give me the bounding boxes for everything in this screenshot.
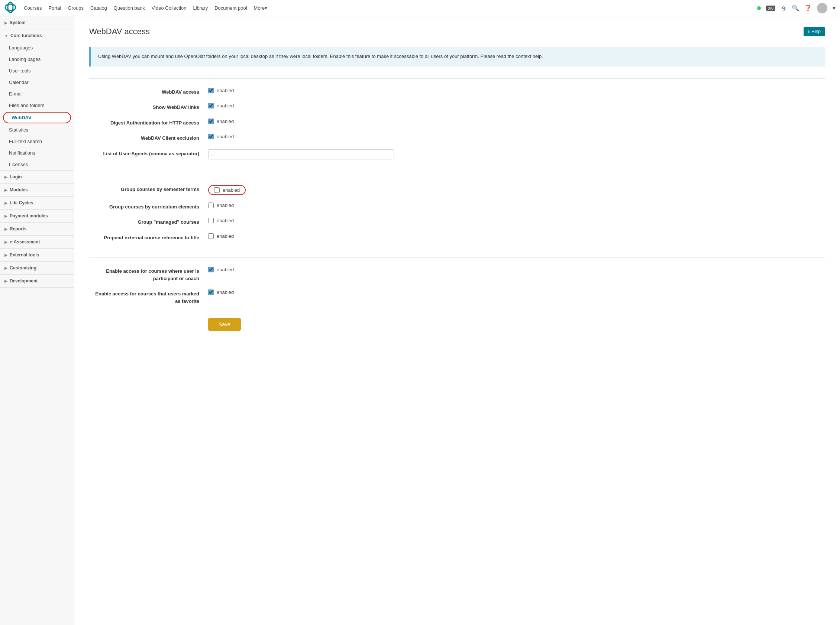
checkbox-group-managed[interactable] — [208, 218, 214, 223]
form-row-access-favorite: Enable access for courses that users mar… — [89, 289, 825, 305]
sidebar-item-languages[interactable]: Languages — [0, 42, 74, 53]
sidebar-header-development[interactable]: ▶ Development — [0, 275, 74, 287]
control-access-participant: enabled — [208, 267, 825, 272]
sidebar-item-landing-pages[interactable]: Landing pages — [0, 53, 74, 65]
logo[interactable] — [5, 2, 16, 14]
label-user-agents: List of User-Agents (comma as separator) — [89, 149, 208, 157]
sidebar-header-core[interactable]: ▼ Core functions — [0, 30, 74, 42]
sidebar-section-development: ▶ Development — [0, 275, 74, 288]
avatar[interactable] — [817, 3, 828, 13]
label-digest-auth: Digest Authentication for HTTP access — [89, 118, 208, 127]
sidebar-header-system[interactable]: ▶ System — [0, 16, 74, 29]
system-arrow: ▶ — [5, 21, 8, 25]
save-button[interactable]: Save — [208, 318, 241, 331]
sidebar-item-notifications[interactable]: Notifications — [0, 147, 74, 159]
nav-more[interactable]: More▾ — [254, 5, 268, 11]
modules-arrow: ▶ — [5, 188, 8, 192]
sidebar-system-label: System — [10, 20, 26, 25]
control-access-favorite: enabled — [208, 289, 825, 295]
value-webdav-access: enabled — [217, 88, 234, 93]
checkbox-digest-auth[interactable] — [208, 118, 214, 124]
sidebar-reports-label: Reports — [10, 226, 26, 232]
sidebar-header-payment[interactable]: ▶ Payment modules — [0, 210, 74, 222]
checkbox-show-webdav-links[interactable] — [208, 103, 214, 109]
label-group-semester: Group courses by semester terms — [89, 185, 208, 193]
sidebar-header-modules[interactable]: ▶ Modules — [0, 183, 74, 196]
input-user-agents[interactable] — [208, 149, 394, 159]
value-show-webdav-links: enabled — [217, 103, 234, 109]
user-menu-arrow[interactable]: ▾ — [832, 5, 835, 11]
value-access-participant: enabled — [217, 267, 234, 272]
nav-right: 0/0 🖨 🔍 ❓ ▾ — [757, 3, 835, 13]
sidebar-item-licenses[interactable]: Licenses — [0, 159, 74, 170]
label-group-managed: Group "managed" courses — [89, 218, 208, 226]
sidebar-header-external-tools[interactable]: ▶ External tools — [0, 249, 74, 261]
control-group-curriculum: enabled — [208, 202, 825, 208]
sidebar-item-files-folders[interactable]: Files and folders — [0, 100, 74, 111]
sidebar-external-tools-label: External tools — [10, 252, 39, 258]
nav-catalog[interactable]: Catalog — [90, 5, 107, 11]
control-show-webdav-links: enabled — [208, 103, 825, 109]
help-icon[interactable]: ❓ — [804, 5, 812, 11]
sidebar-item-statistics[interactable]: Statistics — [0, 124, 74, 135]
sidebar-modules-label: Modules — [10, 187, 28, 193]
search-icon[interactable]: 🔍 — [792, 5, 799, 11]
sidebar-item-calendar[interactable]: Calendar — [0, 76, 74, 88]
sidebar-item-user-tools[interactable]: User tools — [0, 65, 74, 76]
value-prepend-ref: enabled — [217, 233, 234, 239]
form-row-group-curriculum: Group courses by curriculum elements ena… — [89, 202, 825, 211]
circled-wrapper: enabled — [208, 185, 246, 195]
form-row-group-managed: Group "managed" courses enabled — [89, 218, 825, 226]
sidebar-item-email[interactable]: E-mail — [0, 88, 74, 100]
nav-portal[interactable]: Portal — [48, 5, 61, 11]
checkbox-prepend-ref[interactable] — [208, 233, 214, 239]
control-prepend-ref: enabled — [208, 233, 825, 239]
reports-arrow: ▶ — [5, 227, 8, 231]
form-row-webdav-access: WebDAV access enabled — [89, 88, 825, 96]
form-row-prepend-ref: Prepend external course reference to tit… — [89, 233, 825, 241]
grouping-fields-section: Group courses by semester terms enabled … — [89, 176, 825, 258]
control-webdav-access: enabled — [208, 88, 825, 93]
checkbox-webdav-client-exclusion[interactable] — [208, 134, 214, 139]
sidebar-item-fulltext-search[interactable]: Full-text search — [0, 135, 74, 147]
help-button[interactable]: ℹ Help — [804, 27, 825, 36]
checkbox-group-semester[interactable] — [214, 187, 220, 193]
print-icon[interactable]: 🖨 — [781, 5, 787, 11]
nav-videocollection[interactable]: Video Collection — [152, 5, 187, 11]
lifecycle-arrow: ▶ — [5, 201, 8, 205]
sidebar-header-login[interactable]: ▶ Login — [0, 171, 74, 183]
value-webdav-client-exclusion: enabled — [217, 134, 234, 139]
sidebar-header-customizing[interactable]: ▶ Customizing — [0, 261, 74, 274]
sidebar-section-system: ▶ System — [0, 16, 74, 30]
count-badge: 0/0 — [766, 6, 775, 11]
info-box: Using WebDAV you can mount and use OpenO… — [89, 47, 825, 67]
sidebar-item-webdav[interactable]: WebDAV — [3, 112, 71, 123]
payment-arrow: ▶ — [5, 214, 8, 218]
control-group-managed: enabled — [208, 218, 825, 223]
sidebar-section-lifecycle: ▶ Life Cycles — [0, 197, 74, 210]
nav-library[interactable]: Library — [193, 5, 208, 11]
nav-courses[interactable]: Courses — [24, 5, 42, 11]
sidebar-header-eassessment[interactable]: ▶ e-Assessment — [0, 236, 74, 248]
core-arrow: ▼ — [5, 34, 8, 38]
help-button-label: Help — [811, 29, 821, 34]
label-webdav-access: WebDAV access — [89, 88, 208, 96]
checkbox-group-curriculum[interactable] — [208, 202, 214, 208]
nav-groups[interactable]: Groups — [68, 5, 84, 11]
sidebar-login-label: Login — [10, 174, 22, 179]
sidebar-header-reports[interactable]: ▶ Reports — [0, 222, 74, 235]
save-label-spacer — [89, 312, 208, 313]
form-row-digest-auth: Digest Authentication for HTTP access en… — [89, 118, 825, 127]
value-group-curriculum: enabled — [217, 202, 234, 208]
nav-documentpool[interactable]: Document pool — [215, 5, 247, 11]
webdav-fields-section: WebDAV access enabled Show WebDAV links … — [89, 78, 825, 176]
label-group-curriculum: Group courses by curriculum elements — [89, 202, 208, 211]
sidebar-header-lifecycle[interactable]: ▶ Life Cycles — [0, 197, 74, 209]
checkbox-access-favorite[interactable] — [208, 289, 214, 295]
nav-questionbank[interactable]: Question bank — [114, 5, 145, 11]
circled-indicator: enabled — [208, 185, 246, 195]
sidebar: ▶ System ▼ Core functions Languages Land… — [0, 16, 74, 625]
checkbox-access-participant[interactable] — [208, 267, 214, 272]
checkbox-webdav-access[interactable] — [208, 88, 214, 93]
development-arrow: ▶ — [5, 279, 8, 283]
